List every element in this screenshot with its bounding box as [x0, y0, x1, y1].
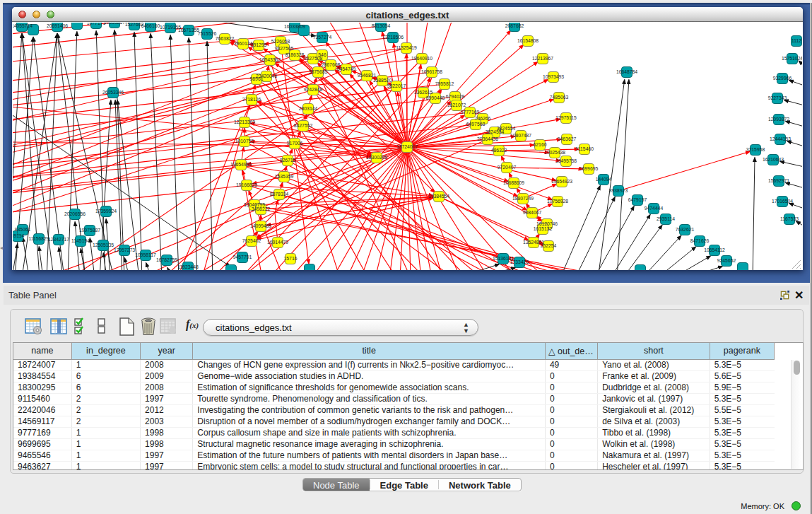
svg-text:8471626: 8471626 [690, 238, 710, 243]
svg-text:10654112: 10654112 [704, 247, 725, 252]
svg-text:3824554: 3824554 [497, 126, 516, 131]
svg-text:3960124: 3960124 [234, 41, 253, 46]
svg-text:1615132: 1615132 [534, 226, 553, 231]
svg-text:2803144: 2803144 [299, 106, 318, 111]
svg-text:16154808: 16154808 [517, 38, 539, 43]
svg-text:12093872: 12093872 [768, 117, 789, 122]
svg-text:8813054: 8813054 [372, 23, 391, 28]
svg-text:16210643: 16210643 [763, 157, 784, 162]
svg-text:39114: 39114 [13, 233, 24, 238]
svg-text:6497568: 6497568 [466, 122, 486, 127]
svg-text:746266: 746266 [475, 116, 491, 121]
svg-text:11923448: 11923448 [177, 264, 199, 269]
svg-text:2087682: 2087682 [505, 23, 524, 28]
svg-text:13218506: 13218506 [382, 35, 404, 40]
svg-text:10653267: 10653267 [104, 23, 125, 25]
svg-text:6794028: 6794028 [446, 94, 465, 99]
svg-text:8878334: 8878334 [270, 192, 289, 197]
svg-text:14099489: 14099489 [250, 223, 271, 228]
svg-text:8938923: 8938923 [609, 188, 628, 193]
svg-text:18300295: 18300295 [366, 155, 387, 160]
svg-text:8186328: 8186328 [286, 52, 305, 57]
svg-text:98961: 98961 [250, 76, 264, 81]
svg-text:9245652: 9245652 [717, 258, 736, 263]
svg-text:16782759: 16782759 [156, 257, 177, 262]
svg-text:19975887: 19975887 [79, 228, 100, 233]
svg-text:9329966: 9329966 [773, 76, 792, 81]
svg-text:3215958: 3215958 [746, 147, 765, 152]
svg-text:12444153: 12444153 [770, 136, 791, 141]
svg-text:6466160: 6466160 [141, 23, 160, 28]
svg-text:12342717: 12342717 [48, 237, 69, 242]
svg-text:17016504: 17016504 [772, 199, 793, 204]
svg-text:9084067: 9084067 [523, 210, 542, 215]
svg-text:12505135: 12505135 [93, 243, 114, 247]
svg-text:486322: 486322 [491, 148, 507, 153]
svg-text:1167533: 1167533 [780, 216, 799, 221]
svg-text:16648784: 16648784 [616, 69, 637, 74]
svg-text:1535359: 1535359 [275, 174, 294, 179]
svg-text:11156829: 11156829 [28, 236, 49, 241]
svg-text:11325419: 11325419 [396, 45, 417, 50]
svg-text:1145194: 1145194 [71, 238, 90, 243]
svg-text:15751024: 15751024 [782, 56, 802, 61]
svg-text:7955812: 7955812 [435, 81, 454, 86]
svg-text:10025438: 10025438 [544, 150, 565, 155]
svg-text:1010755: 1010755 [235, 139, 254, 144]
svg-text:12213967: 12213967 [532, 56, 553, 61]
svg-text:16033809: 16033809 [284, 24, 305, 29]
svg-text:16120746: 16120746 [536, 221, 558, 226]
svg-text:62160: 62160 [534, 142, 547, 147]
svg-text:10958117: 10958117 [135, 252, 156, 257]
svg-text:2935114: 2935114 [657, 216, 675, 221]
svg-text:9242848: 9242848 [304, 87, 323, 92]
svg-text:9457791: 9457791 [233, 255, 252, 259]
svg-text:546: 546 [318, 52, 326, 57]
svg-text:835061: 835061 [15, 227, 31, 232]
svg-text:5226058: 5226058 [271, 39, 290, 44]
svg-text:17957273: 17957273 [114, 247, 135, 252]
svg-text:8454749: 8454749 [337, 66, 356, 71]
svg-text:8990448: 8990448 [426, 95, 445, 100]
svg-text:20691406: 20691406 [47, 23, 68, 28]
svg-text:3498222: 3498222 [252, 206, 271, 211]
svg-text:9115460: 9115460 [575, 146, 594, 151]
svg-text:10688609: 10688609 [503, 180, 524, 185]
svg-text:10973493: 10973493 [543, 74, 564, 79]
svg-text:18807249: 18807249 [512, 196, 534, 201]
svg-text:8427552: 8427552 [294, 123, 313, 128]
svg-text:12213369: 12213369 [234, 119, 255, 124]
svg-text:3875685: 3875685 [309, 69, 328, 74]
svg-text:917006: 917006 [287, 141, 303, 146]
svg-text:15692971: 15692971 [768, 178, 789, 183]
svg-text:9777169: 9777169 [461, 110, 480, 115]
svg-text:16495758: 16495758 [555, 158, 577, 163]
svg-text:826715: 826715 [280, 158, 296, 163]
svg-text:2718126: 2718126 [242, 97, 261, 102]
svg-text:7625402: 7625402 [242, 238, 261, 243]
svg-text:9474444: 9474444 [645, 206, 664, 211]
svg-text:7485063: 7485063 [550, 95, 569, 100]
svg-text:15716: 15716 [284, 256, 298, 261]
svg-text:0699695: 0699695 [579, 166, 599, 171]
svg-text:14055714: 14055714 [13, 23, 33, 28]
svg-text:1112: 1112 [792, 38, 801, 43]
svg-text:26053346: 26053346 [102, 90, 124, 95]
svg-text:16671355: 16671355 [178, 28, 199, 33]
svg-text:9227343: 9227343 [768, 95, 787, 100]
svg-text:19654985: 19654985 [230, 162, 252, 167]
svg-text:6479197: 6479197 [628, 197, 647, 202]
svg-text:1588520: 1588520 [373, 78, 392, 83]
svg-text:16961758: 16961758 [421, 69, 442, 74]
svg-text:20364436: 20364436 [477, 136, 498, 141]
svg-text:7663822: 7663822 [216, 36, 235, 41]
svg-text:9546821: 9546821 [358, 73, 377, 78]
svg-text:1621072: 1621072 [447, 103, 466, 107]
svg-text:10807487: 10807487 [510, 133, 531, 138]
svg-text:144094: 144094 [596, 177, 612, 182]
svg-text:19166825: 19166825 [236, 182, 257, 187]
svg-text:10756928: 10756928 [547, 199, 568, 204]
svg-text:16914479: 16914479 [267, 240, 288, 245]
svg-text:1362615: 1362615 [414, 90, 433, 95]
svg-text:5822017: 5822017 [387, 83, 406, 88]
